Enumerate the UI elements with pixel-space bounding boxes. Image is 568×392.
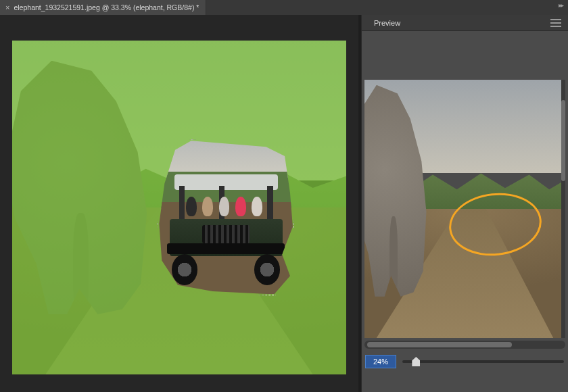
- close-icon[interactable]: ×: [5, 4, 9, 11]
- main-area: Preview: [0, 15, 568, 392]
- document-tabstrip: × elephant_1932521591.jpeg @ 33.3% (elep…: [0, 0, 568, 15]
- canvas-viewport[interactable]: [0, 15, 358, 392]
- preview-image[interactable]: [364, 80, 565, 338]
- preview-horizontal-scrollthumb[interactable]: [367, 342, 512, 347]
- scene-vehicle: [167, 174, 285, 285]
- preview-panel-header: Preview: [362, 15, 568, 31]
- canvas[interactable]: [12, 41, 346, 374]
- document-tab[interactable]: × elephant_1932521591.jpeg @ 33.3% (elep…: [0, 0, 206, 15]
- panel-menu-icon[interactable]: [550, 19, 561, 27]
- document-tab-title: elephant_1932521591.jpeg @ 33.3% (elepha…: [14, 3, 199, 11]
- preview-zoom-slider[interactable]: [402, 360, 564, 363]
- preview-horizontal-scrollbar[interactable]: [364, 341, 565, 349]
- expand-panels-icon[interactable]: ▸▸: [559, 1, 563, 9]
- preview-vertical-scrollthumb[interactable]: [561, 100, 565, 181]
- preview-panel-tab[interactable]: Preview: [369, 16, 406, 30]
- selection-contents: [159, 141, 293, 294]
- preview-zoom-input[interactable]: [366, 356, 396, 368]
- fill-selection[interactable]: [159, 141, 293, 294]
- preview-zoom-controls: [362, 353, 568, 370]
- preview-vertical-scrollbar[interactable]: [561, 80, 565, 338]
- preview-panel: Preview: [361, 15, 568, 392]
- preview-spacer: [362, 31, 568, 80]
- preview-zoom-slider-knob[interactable]: [412, 357, 420, 366]
